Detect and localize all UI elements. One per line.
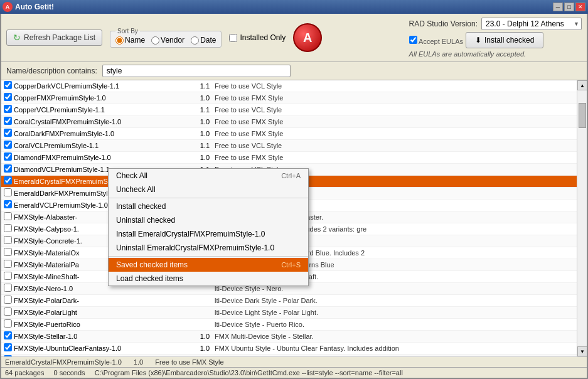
- accept-eulas-label[interactable]: Accept EULAs: [409, 36, 463, 45]
- sort-date-radio[interactable]: [191, 36, 199, 45]
- rad-studio-version-select[interactable]: 23.0 - Delphi 12 Athens: [481, 18, 582, 30]
- scrollbar-thumb[interactable]: [579, 103, 586, 128]
- pkg-checkbox[interactable]: [4, 105, 12, 113]
- pkg-checkbox-cell[interactable]: [4, 81, 14, 91]
- table-row[interactable]: CoralDarkFMXPremuimStyle-1.0 1.0 Free to…: [1, 128, 577, 140]
- maximize-button[interactable]: □: [564, 3, 574, 11]
- pkg-checkbox-cell[interactable]: [4, 152, 14, 163]
- context-menu-item[interactable]: Install EmeraldCrystalFMXPremuimStyle-1.…: [109, 227, 308, 241]
- context-menu-item[interactable]: Load checked items: [109, 272, 308, 286]
- pkg-checkbox-cell[interactable]: [4, 117, 14, 127]
- pkg-checkbox[interactable]: [4, 212, 12, 220]
- table-row[interactable]: CopperDarkVCLPremiumStyle-1.1 1.1 Free t…: [1, 80, 577, 92]
- context-menu-item[interactable]: Uncheck All: [109, 183, 308, 196]
- pkg-checkbox-cell[interactable]: [4, 260, 14, 270]
- pkg-checkbox[interactable]: [4, 331, 12, 339]
- minimize-button[interactable]: ─: [553, 3, 563, 11]
- table-row[interactable]: FMXStyle-UbuntuClearFantasy-1.0 1.0 FMX …: [1, 343, 577, 355]
- pkg-checkbox[interactable]: [4, 188, 12, 196]
- pkg-checkbox[interactable]: [4, 248, 12, 256]
- context-menu-item[interactable]: Uninstall checked: [109, 213, 308, 227]
- pkg-checkbox-cell[interactable]: [4, 284, 14, 294]
- pkg-checkbox-cell[interactable]: [4, 200, 14, 210]
- installed-only-option[interactable]: Installed Only: [229, 33, 286, 42]
- pkg-desc: lti-Device Dark Style - Polar Dark.: [215, 297, 318, 304]
- scroll-down-button[interactable]: ▼: [577, 346, 587, 356]
- table-row[interactable]: CoralCrystalFMXPremuimStyle-1.0 1.0 Free…: [1, 116, 577, 128]
- pkg-checkbox[interactable]: [4, 272, 12, 280]
- pkg-checkbox[interactable]: [4, 236, 12, 244]
- refresh-button[interactable]: ↻ Refresh Package List: [6, 29, 102, 46]
- pkg-checkbox[interactable]: [4, 224, 12, 232]
- pkg-name: FMXStyle-Stellar-1.0: [14, 333, 177, 340]
- pkg-checkbox[interactable]: [4, 319, 12, 328]
- scrollbar-track[interactable]: [577, 90, 587, 346]
- sort-name-radio[interactable]: [115, 36, 124, 45]
- pkg-desc: lti-Device Style - Puerto Rico.: [215, 321, 304, 328]
- pkg-checkbox-cell[interactable]: [4, 248, 14, 258]
- pkg-checkbox-cell[interactable]: [4, 93, 14, 103]
- table-row[interactable]: CoralVCLPremiumStyle-1.1 1.1 Free to use…: [1, 140, 577, 152]
- pkg-checkbox[interactable]: [4, 296, 12, 304]
- pkg-checkbox-cell[interactable]: [4, 355, 14, 356]
- pkg-checkbox-cell[interactable]: [4, 224, 14, 234]
- install-checked-button[interactable]: ⬇ Install checked: [466, 32, 543, 48]
- close-button[interactable]: ✕: [575, 3, 585, 11]
- table-row[interactable]: FMXStyle-WedgewoodLight-1.0 1.0 FMX Mult…: [1, 355, 577, 356]
- pkg-checkbox-cell[interactable]: [4, 176, 14, 186]
- pkg-checkbox[interactable]: [4, 307, 12, 316]
- pkg-checkbox[interactable]: [4, 81, 12, 89]
- pkg-checkbox-cell[interactable]: [4, 272, 14, 282]
- context-menu-item[interactable]: Install checked: [109, 200, 308, 213]
- context-menu-item[interactable]: Check AllCtrl+A: [109, 169, 308, 183]
- table-row[interactable]: FMXStyle-PolarLight lti-Device Light Sty…: [1, 307, 577, 319]
- context-menu-item[interactable]: Saved checked itemsCtrl+S: [109, 258, 308, 272]
- pkg-checkbox[interactable]: [4, 284, 12, 292]
- pkg-checkbox[interactable]: [4, 129, 12, 137]
- pkg-checkbox[interactable]: [4, 200, 12, 208]
- sort-name-option[interactable]: Name: [115, 36, 145, 45]
- sort-date-option[interactable]: Date: [191, 36, 216, 45]
- pkg-checkbox[interactable]: [4, 152, 12, 161]
- pkg-checkbox-cell[interactable]: [4, 307, 14, 318]
- pkg-checkbox[interactable]: [4, 117, 12, 125]
- pkg-checkbox-cell[interactable]: [4, 296, 14, 306]
- pkg-checkbox-cell[interactable]: [4, 188, 14, 198]
- pkg-checkbox[interactable]: [4, 93, 12, 101]
- context-menu-shortcut: Ctrl+A: [281, 172, 301, 179]
- pkg-desc: Free to use FMX Style: [215, 94, 283, 102]
- eulas-auto-text: All EULAs are automatically accepted.: [409, 50, 582, 58]
- pkg-checkbox-cell[interactable]: [4, 129, 14, 139]
- search-input[interactable]: [102, 65, 291, 77]
- sort-vendor-option[interactable]: Vendor: [151, 36, 184, 45]
- pkg-checkbox[interactable]: [4, 343, 12, 351]
- scroll-up-button[interactable]: ▲: [577, 80, 587, 90]
- pkg-version: 1.1: [177, 142, 215, 149]
- table-row[interactable]: FMXStyle-PuertoRico lti-Device Style - P…: [1, 319, 577, 331]
- pkg-checkbox-cell[interactable]: [4, 212, 14, 222]
- accept-eulas-checkbox[interactable]: [409, 36, 417, 44]
- pkg-checkbox[interactable]: [4, 260, 12, 268]
- toolbar: ↻ Refresh Package List Sort By Name Vend…: [1, 14, 587, 62]
- pkg-checkbox[interactable]: [4, 141, 12, 149]
- table-row[interactable]: FMXStyle-Stellar-1.0 1.0 FMX Multi-Devic…: [1, 331, 577, 343]
- pkg-checkbox-cell[interactable]: [4, 164, 14, 174]
- pkg-checkbox-cell[interactable]: [4, 141, 14, 151]
- context-menu-item[interactable]: Uninstall EmeraldCrystalFMXPremuimStyle-…: [109, 241, 308, 255]
- pkg-checkbox[interactable]: [4, 164, 12, 173]
- pkg-checkbox[interactable]: [4, 355, 12, 356]
- pkg-checkbox[interactable]: [4, 176, 12, 184]
- table-row[interactable]: FMXStyle-PolarDark- lti-Device Dark Styl…: [1, 295, 577, 307]
- pkg-version: 1.0: [177, 94, 215, 102]
- sort-vendor-radio[interactable]: [151, 36, 159, 45]
- pkg-checkbox-cell[interactable]: [4, 105, 14, 115]
- table-row[interactable]: DiamondFMXPremuimStyle-1.0 1.0 Free to u…: [1, 152, 577, 164]
- table-row[interactable]: CopperVCLPremiumStyle-1.1 1.1 Free to us…: [1, 104, 577, 116]
- pkg-checkbox-cell[interactable]: [4, 319, 14, 329]
- pkg-checkbox-cell[interactable]: [4, 236, 14, 246]
- scrollbar[interactable]: ▲ ▼: [577, 80, 587, 356]
- pkg-checkbox-cell[interactable]: [4, 331, 14, 341]
- table-row[interactable]: CopperFMXPremuimStyle-1.0 1.0 Free to us…: [1, 92, 577, 104]
- installed-only-checkbox[interactable]: [229, 34, 237, 42]
- pkg-checkbox-cell[interactable]: [4, 343, 14, 353]
